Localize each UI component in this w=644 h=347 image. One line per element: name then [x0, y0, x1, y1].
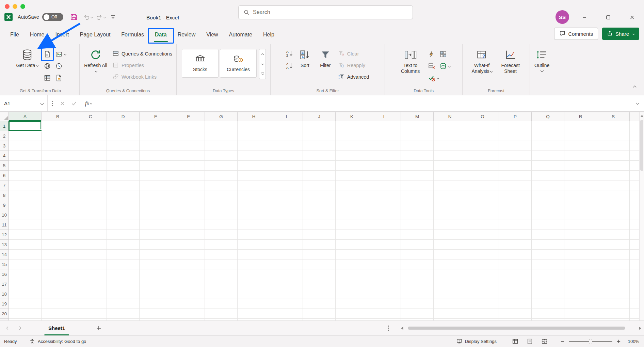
cell-M5[interactable] [401, 161, 434, 171]
cell-K2[interactable] [336, 131, 368, 141]
cell-Q15[interactable] [532, 259, 564, 269]
cell-P12[interactable] [499, 230, 532, 240]
gallery-scroll-up-button[interactable] [259, 49, 265, 59]
cell-A13[interactable] [9, 240, 42, 250]
cell-B5[interactable] [42, 161, 74, 171]
row-header-20[interactable]: 20 [0, 309, 9, 319]
cell-K3[interactable] [336, 141, 368, 151]
cell-R3[interactable] [564, 141, 597, 151]
cell-D12[interactable] [107, 230, 140, 240]
consolidate-button[interactable] [439, 50, 448, 59]
cell-K7[interactable] [336, 180, 368, 190]
cell-G10[interactable] [205, 210, 238, 220]
cell-H20[interactable] [238, 309, 270, 319]
cell-A4[interactable] [9, 151, 42, 161]
filter-button[interactable]: Filter [316, 46, 335, 82]
cell-F20[interactable] [172, 309, 205, 319]
cell-S12[interactable] [597, 230, 630, 240]
cell-S18[interactable] [597, 289, 630, 299]
cell-Q18[interactable] [532, 289, 564, 299]
cell-J13[interactable] [303, 240, 336, 250]
cell-G8[interactable] [205, 190, 238, 200]
cell-P2[interactable] [499, 131, 532, 141]
cell-N12[interactable] [434, 230, 466, 240]
from-web-button[interactable] [43, 62, 52, 70]
share-button[interactable]: Share [602, 28, 639, 40]
name-box-dropdown-icon[interactable] [41, 102, 44, 105]
cell-Q16[interactable] [532, 269, 564, 279]
cell-N10[interactable] [434, 210, 466, 220]
tab-file[interactable]: File [5, 27, 25, 43]
cell-M1[interactable] [401, 121, 434, 131]
cell-M12[interactable] [401, 230, 434, 240]
cell-Q19[interactable] [532, 299, 564, 309]
minimize-button[interactable] [573, 11, 596, 23]
cell-B1[interactable] [42, 121, 74, 131]
clear-filter-button[interactable]: Clear [337, 49, 371, 59]
search-input[interactable] [249, 6, 413, 19]
cell-L20[interactable] [368, 309, 401, 319]
cell-E14[interactable] [140, 250, 172, 259]
cell-G14[interactable] [205, 250, 238, 259]
cell-G15[interactable] [205, 259, 238, 269]
column-header-E[interactable]: E [140, 112, 172, 121]
tab-home[interactable]: Home [25, 27, 50, 43]
cell-Q20[interactable] [532, 309, 564, 319]
vertical-scrollbar[interactable] [639, 112, 644, 320]
close-traffic-light[interactable] [5, 4, 10, 9]
cell-H4[interactable] [238, 151, 270, 161]
cell-E8[interactable] [140, 190, 172, 200]
cell-T11[interactable] [630, 220, 639, 230]
cell-D7[interactable] [107, 180, 140, 190]
cell-I8[interactable] [270, 190, 303, 200]
collapse-ribbon-button[interactable] [631, 83, 638, 92]
column-header-C[interactable]: C [74, 112, 107, 121]
cell-B12[interactable] [42, 230, 74, 240]
cell-Q7[interactable] [532, 180, 564, 190]
cell-L12[interactable] [368, 230, 401, 240]
cell-M19[interactable] [401, 299, 434, 309]
cell-R8[interactable] [564, 190, 597, 200]
cell-M6[interactable] [401, 171, 434, 180]
cell-E4[interactable] [140, 151, 172, 161]
add-sheet-button[interactable] [94, 324, 103, 333]
cell-T18[interactable] [630, 289, 639, 299]
cell-K9[interactable] [336, 200, 368, 210]
minimize-traffic-light[interactable] [13, 4, 17, 9]
cell-R11[interactable] [564, 220, 597, 230]
redo-button[interactable] [96, 14, 106, 20]
cell-P1[interactable] [499, 121, 532, 131]
cell-I7[interactable] [270, 180, 303, 190]
cell-A5[interactable] [9, 161, 42, 171]
cell-M4[interactable] [401, 151, 434, 161]
cell-H15[interactable] [238, 259, 270, 269]
cell-Q9[interactable] [532, 200, 564, 210]
cell-D19[interactable] [107, 299, 140, 309]
cell-F4[interactable] [172, 151, 205, 161]
cell-K14[interactable] [336, 250, 368, 259]
insert-function-button[interactable]: fx [80, 98, 97, 109]
row-header-10[interactable]: 10 [0, 210, 9, 220]
cell-L1[interactable] [368, 121, 401, 131]
cell-G16[interactable] [205, 269, 238, 279]
cell-E13[interactable] [140, 240, 172, 250]
cell-A3[interactable] [9, 141, 42, 151]
cell-I11[interactable] [270, 220, 303, 230]
cell-G4[interactable] [205, 151, 238, 161]
cell-K5[interactable] [336, 161, 368, 171]
cell-G13[interactable] [205, 240, 238, 250]
cell-K6[interactable] [336, 171, 368, 180]
cell-T13[interactable] [630, 240, 639, 250]
vertical-scroll-thumb[interactable] [640, 120, 643, 171]
cell-N4[interactable] [434, 151, 466, 161]
cell-O8[interactable] [466, 190, 499, 200]
cell-S4[interactable] [597, 151, 630, 161]
cell-S5[interactable] [597, 161, 630, 171]
cell-J14[interactable] [303, 250, 336, 259]
cell-H18[interactable] [238, 289, 270, 299]
cell-B14[interactable] [42, 250, 74, 259]
cell-A20[interactable] [9, 309, 42, 319]
row-header-18[interactable]: 18 [0, 289, 9, 299]
cell-S19[interactable] [597, 299, 630, 309]
cell-C19[interactable] [74, 299, 107, 309]
